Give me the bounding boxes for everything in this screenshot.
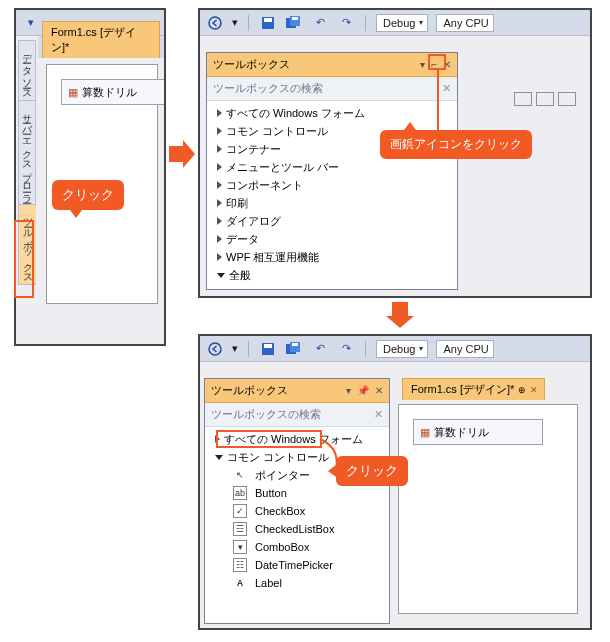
config-label: Debug [383,343,415,355]
clear-icon[interactable]: ✕ [374,408,383,421]
toolbox-search[interactable]: ツールボックスの検索 ✕ [205,403,389,427]
chevron-down-icon[interactable]: ▾ [232,16,238,29]
panel-step1: ▾ データ ソース サーバー エクスプローラー ツールボックス Form1.cs… [14,8,166,346]
undo-icon[interactable]: ↶ [311,14,329,32]
platform-combo[interactable]: Any CPU [436,14,493,32]
close-icon[interactable]: ✕ [375,385,383,396]
svg-marker-0 [169,140,195,168]
svg-point-1 [209,17,221,29]
arrow-step1-to-step2 [169,140,195,168]
control-button[interactable]: abButton [211,484,389,502]
pin-icon[interactable]: ⌐ [431,59,437,70]
dropdown-icon[interactable]: ▾ [22,14,40,32]
save-all-icon[interactable] [285,340,303,358]
platform-label: Any CPU [443,17,488,29]
close-icon[interactable]: ✕ [443,59,451,70]
redo-icon[interactable]: ↷ [337,14,355,32]
svg-point-9 [209,343,221,355]
category-menus-toolbars[interactable]: メニューとツール バー [213,158,457,176]
callout-pin: 画鋲アイコンをクリック [380,130,532,159]
svg-rect-3 [264,18,272,22]
leader-line [436,70,456,130]
arrow-step2-to-step3 [386,302,414,328]
category-general[interactable]: 全般 [213,266,457,284]
form-title: 算数ドリル [434,425,489,440]
category-wpf-interop[interactable]: WPF 相互運用機能 [213,248,457,266]
save-all-icon[interactable] [285,14,303,32]
winforms-form[interactable]: ▦ 算数ドリル [413,419,543,445]
control-label[interactable]: ALabel [211,574,389,592]
svg-rect-6 [292,17,298,20]
category-dialogs[interactable]: ダイアログ [213,212,457,230]
callout-click-2: クリック [336,456,408,486]
expand-icon [217,163,222,171]
toolbox-category-list: すべての Windows フォーム コモン コントロール ↖ポインター abBu… [205,427,389,596]
undo-icon[interactable]: ↶ [311,340,329,358]
vs-toolbar: ▾ ↶ ↷ Debug ▾ Any CPU [200,10,590,36]
expand-icon [217,253,222,261]
category-all-winforms[interactable]: すべての Windows フォーム [213,104,457,122]
form-icon: ▦ [68,86,78,99]
platform-label: Any CPU [443,343,488,355]
expand-icon [217,199,222,207]
expand-icon [217,109,222,117]
form-title: 算数ドリル [82,85,137,100]
chevron-down-icon: ▾ [419,18,423,27]
control-combobox[interactable]: ▾ComboBox [211,538,389,556]
expand-icon [215,435,220,443]
expand-icon [217,235,222,243]
toolbox-dropdown-icon[interactable]: ▾ [420,59,425,70]
doc-tab-label: Form1.cs [デザイン]* [51,25,153,55]
expand-icon [217,217,222,225]
category-printing[interactable]: 印刷 [213,194,457,212]
config-label: Debug [383,17,415,29]
winforms-form[interactable]: ▦ 算数ドリル [61,79,166,105]
pin-icon[interactable]: ⊕ [518,385,526,395]
save-icon[interactable] [259,14,277,32]
doc-tab-form1[interactable]: Form1.cs [デザイン]* [42,21,160,58]
search-placeholder: ツールボックスの検索 [211,407,321,422]
control-datetimepicker[interactable]: ☷DateTimePicker [211,556,389,574]
expand-icon [217,127,222,135]
category-components[interactable]: コンポーネント [213,176,457,194]
control-checkedlistbox[interactable]: ☲CheckedListBox [211,520,389,538]
leader-line-2 [300,438,340,472]
callout-click-1: クリック [52,180,124,210]
nav-back-icon[interactable] [206,14,224,32]
config-combo[interactable]: Debug ▾ [376,340,428,358]
doc-tab-label: Form1.cs [デザイン]* [411,382,514,397]
config-combo[interactable]: Debug ▾ [376,14,428,32]
toolbox-search[interactable]: ツールボックスの検索 ✕ [207,77,457,101]
side-tab-data-sources[interactable]: データ ソース [18,40,36,101]
svg-rect-11 [264,344,272,348]
close-icon[interactable]: ✕ [530,385,538,395]
redo-icon[interactable]: ↷ [337,340,355,358]
control-checkbox[interactable]: ✓CheckBox [211,502,389,520]
chevron-down-icon: ▾ [419,344,423,353]
toolbox-pane-docked: ツールボックス ▾ 📌 ✕ ツールボックスの検索 ✕ すべての Windows … [204,378,390,624]
side-tab-server-explorer[interactable]: サーバー エクスプローラー [18,101,36,205]
form-icon: ▦ [420,426,430,439]
svg-rect-14 [292,343,298,346]
nav-back-icon[interactable] [206,340,224,358]
expand-icon [217,145,222,153]
vs-toolbar: ▾ ↶ ↷ Debug ▾ Any CPU [200,336,590,362]
platform-combo[interactable]: Any CPU [436,340,493,358]
label-icon: A [233,576,247,590]
save-icon[interactable] [259,340,277,358]
designer-surface[interactable]: ▦ 算数ドリル [398,404,578,614]
toolbox-title: ツールボックス [211,383,288,398]
toolbox-dropdown-icon[interactable]: ▾ [346,385,351,396]
doc-tab-form1[interactable]: Form1.cs [デザイン]* ⊕ ✕ [402,378,545,400]
svg-marker-8 [386,302,414,328]
pointer-icon: ↖ [233,468,247,482]
doc-tab-strip: Form1.cs [デザイン]* [38,36,164,58]
checkbox-icon: ✓ [233,504,247,518]
side-tab-toolbox[interactable]: ツールボックス [18,205,36,285]
category-data[interactable]: データ [213,230,457,248]
collapse-icon [217,273,225,278]
chevron-down-icon[interactable]: ▾ [232,342,238,355]
side-tab-strip: データ ソース サーバー エクスプローラー ツールボックス [18,40,36,285]
pin-icon[interactable]: 📌 [357,385,369,396]
toolbox-pane: ツールボックス ▾ ⌐ ✕ ツールボックスの検索 ✕ すべての Windows … [206,52,458,290]
